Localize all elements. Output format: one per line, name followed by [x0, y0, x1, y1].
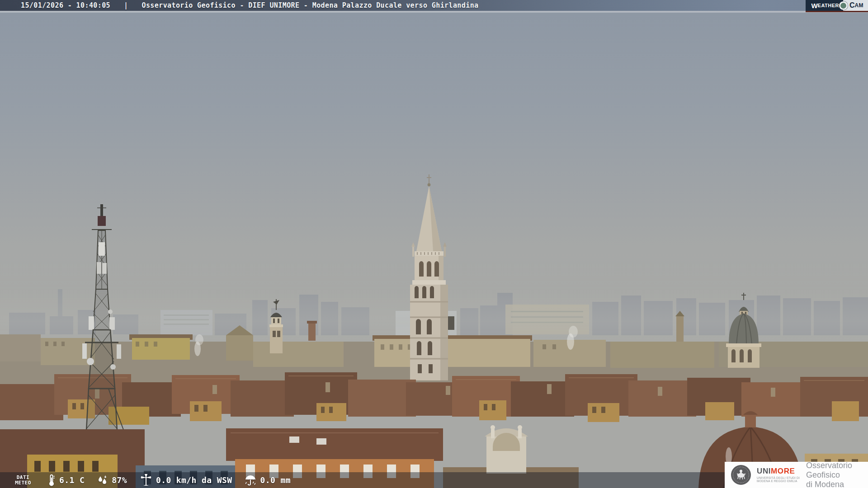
datetime-title-separator: | [124, 1, 128, 9]
datetime-text: 15/01/2026 - 10:40:05 [21, 1, 110, 9]
humidity-value: 87% [112, 475, 127, 485]
thermometer-icon [47, 474, 56, 487]
wind-value: 0.0 km/h da WSW [156, 475, 232, 485]
observatory-name-line1: Osservatorio Geofisico [806, 461, 868, 480]
humidity-icon [97, 474, 108, 486]
rain-icon [244, 474, 257, 486]
weathercam-logo: WEATHER CAM [806, 0, 868, 12]
topbar-underline [0, 11, 868, 13]
unimore-uni-text: UNI [757, 467, 771, 475]
dati-meteo-label: DATI METEO [9, 475, 37, 486]
webcam-title: Osservatorio Geofisico - DIEF UNIMORE - … [142, 1, 478, 9]
precipitation-value: 0.0 mm [260, 475, 290, 485]
weathercam-logo-weather: WEATHER [806, 0, 844, 11]
precipitation-reading: 0.0 mm [244, 474, 290, 486]
dati-label-line1: DATI [9, 475, 37, 480]
unimore-seal-icon [731, 465, 751, 485]
university-name-line2: MODENA E REGGIO EMILIA [757, 479, 800, 483]
dati-label-line2: METEO [9, 480, 37, 486]
church-facade [485, 425, 528, 474]
observatory-name: Osservatorio Geofisico di Modena [806, 461, 868, 488]
humidity-reading: 87% [97, 474, 127, 486]
temperature-reading: 6.1 C [47, 474, 85, 487]
modena-cityscape [0, 0, 868, 488]
logo-w: W [811, 2, 817, 9]
logo-am: AM [855, 2, 863, 9]
university-name-line1: UNIVERSITÀ DEGLI STUDI DI [757, 476, 800, 480]
unimore-more-text: MORE [771, 467, 795, 475]
logo-eather: EATHER [818, 3, 839, 8]
webcam-frame: 15/01/2026 - 10:40:05 | Osservatorio Geo… [0, 0, 868, 488]
topbar: 15/01/2026 - 10:40:05 | Osservatorio Geo… [0, 0, 868, 11]
wind-icon [139, 474, 153, 487]
observatory-name-line2: di Modena [806, 480, 868, 488]
temperature-value: 6.1 C [59, 475, 85, 485]
unimore-wordmark: UNIMORE UNIVERSITÀ DEGLI STUDI DI MODENA… [757, 467, 800, 483]
logo-c: C [849, 1, 855, 9]
weathercam-lens-icon [839, 1, 848, 10]
wind-reading: 0.0 km/h da WSW [139, 474, 232, 487]
weather-readings: 6.1 C 87% 0.0 km/h [47, 474, 291, 487]
unimore-brand-box: UNIMORE UNIVERSITÀ DEGLI STUDI DI MODENA… [725, 462, 868, 488]
